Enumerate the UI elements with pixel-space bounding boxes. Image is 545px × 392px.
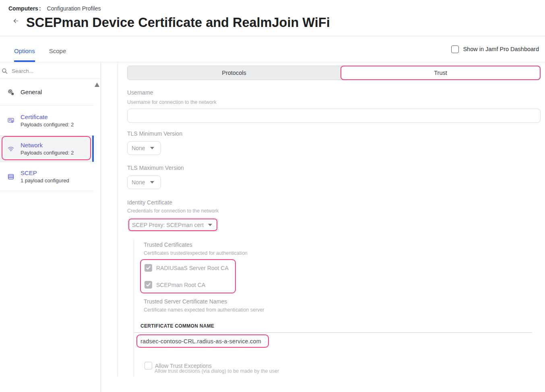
back-arrow-icon[interactable] (13, 18, 19, 24)
segment-trust-label: Trust (434, 70, 447, 76)
show-in-dashboard-label: Show in Jamf Pro Dashboard (463, 46, 539, 52)
wifi-icon (8, 146, 14, 152)
show-in-dashboard-checkbox[interactable] (451, 45, 459, 53)
gears-icon (8, 89, 14, 95)
segment-protocols[interactable]: Protocols (128, 66, 341, 80)
sidebar-item-subtitle: 1 payload configured (21, 177, 69, 184)
trusted-cert-row[interactable]: RADIUSaaS Server Root CA (145, 264, 235, 272)
sidebar-item-subtitle: Payloads configured: 2 (21, 150, 74, 156)
selected-indicator-bar (92, 136, 94, 162)
sidebar-item-label: Network (21, 142, 74, 149)
sidebar-item-label: General (21, 89, 42, 95)
trusted-certificates-helper: Certificates trusted/expected for authen… (144, 250, 545, 256)
segmented-control: Protocols Trust (127, 66, 541, 80)
identity-certificate-helper: Credentials for connection to the networ… (127, 208, 545, 214)
sidebar-search-row (0, 62, 101, 79)
trusted-server-names-helper: Certificate names expected from authenti… (144, 307, 545, 313)
allow-trust-exceptions-helper: Allow trust decisions (via dialog) to be… (155, 368, 545, 374)
payload-sidebar: General Certificate Payloads configured:… (0, 62, 101, 392)
certificate-common-name-value: radsec-contoso-CRL.radius-as-a-service.c… (140, 338, 261, 345)
check-icon (146, 282, 151, 287)
checked-checkbox[interactable] (145, 264, 152, 272)
scroll-up-arrow[interactable] (95, 83, 99, 87)
trusted-cert-row[interactable]: SCEPman Root CA (145, 281, 235, 289)
certificate-icon (8, 117, 14, 124)
tls-min-value: None (132, 145, 145, 151)
trust-settings-section: Trusted Certificates Certificates truste… (134, 239, 545, 376)
tls-max-dropdown[interactable]: None (127, 175, 161, 189)
sidebar-item-scep[interactable]: SCEP 1 payload configured (0, 162, 94, 191)
breadcrumb: Computers:Configuration Profiles (8, 5, 101, 12)
search-icon (2, 68, 8, 74)
trusted-cert-label: SCEPman Root CA (156, 282, 205, 288)
identity-certificate-label: Identity Certificate (127, 199, 545, 206)
tls-max-value: None (132, 179, 145, 186)
username-input[interactable] (127, 109, 541, 123)
sidebar-item-general[interactable]: General (0, 79, 94, 105)
tab-bar: Options Scope Show in Jamf Pro Dashboard (0, 36, 545, 62)
checked-checkbox[interactable] (145, 281, 152, 289)
certificate-common-name-header: CERTIFICATE COMMON NAME (140, 323, 545, 329)
tab-scope[interactable]: Scope (49, 36, 66, 62)
breadcrumb-separator: : (39, 5, 41, 12)
identity-certificate-value: SCEP Proxy: SCEPman cert (132, 222, 204, 228)
table-header-rule (134, 332, 532, 333)
search-input[interactable] (12, 68, 84, 74)
identity-certificate-dropdown[interactable]: SCEP Proxy: SCEPman cert (128, 218, 218, 232)
trusted-certificates-label: Trusted Certificates (144, 239, 545, 248)
tls-max-label: TLS Maximum Version (127, 165, 545, 171)
segment-trust[interactable]: Trust (341, 66, 540, 80)
username-label: Username (127, 89, 545, 96)
annotation-common-name: radsec-contoso-CRL.radius-as-a-service.c… (136, 334, 269, 348)
page-header: Computers:Configuration Profiles SCEPman… (0, 0, 545, 36)
sidebar-item-label: Certificate (21, 113, 74, 120)
breadcrumb-computers[interactable]: Computers (8, 5, 38, 12)
annotation-trusted-certificates: RADIUSaaS Server Root CA SCEPman Root CA (140, 259, 236, 293)
caret-down-icon (150, 181, 154, 184)
sidebar-item-label: SCEP (21, 169, 69, 176)
page-title: SCEPman Device Certificate and RealmJoin… (26, 15, 330, 30)
show-in-dashboard-toggle[interactable]: Show in Jamf Pro Dashboard (451, 36, 539, 62)
payload-list: General Certificate Payloads configured:… (0, 79, 94, 191)
payload-editor-panel: Protocols Trust Username Username for co… (118, 62, 545, 376)
sidebar-item-certificate[interactable]: Certificate Payloads configured: 2 (0, 105, 94, 136)
caret-down-icon (150, 147, 154, 149)
check-icon (146, 265, 151, 270)
tls-min-dropdown[interactable]: None (127, 141, 161, 155)
trusted-cert-label: RADIUSaaS Server Root CA (156, 265, 229, 271)
unchecked-checkbox[interactable] (145, 362, 152, 369)
sidebar-item-subtitle: Payloads configured: 2 (21, 122, 74, 128)
username-helper: Username for connection to the network (127, 99, 545, 105)
breadcrumb-configuration-profiles[interactable]: Configuration Profiles (47, 5, 101, 12)
trusted-server-names-label: Trusted Server Certificate Names (144, 298, 545, 305)
scep-payload-icon (8, 173, 14, 180)
caret-down-icon (208, 224, 212, 226)
tab-options[interactable]: Options (14, 36, 35, 62)
tls-min-label: TLS Minimum Version (127, 130, 545, 137)
sidebar-item-network[interactable]: Network Payloads configured: 2 (0, 136, 94, 162)
